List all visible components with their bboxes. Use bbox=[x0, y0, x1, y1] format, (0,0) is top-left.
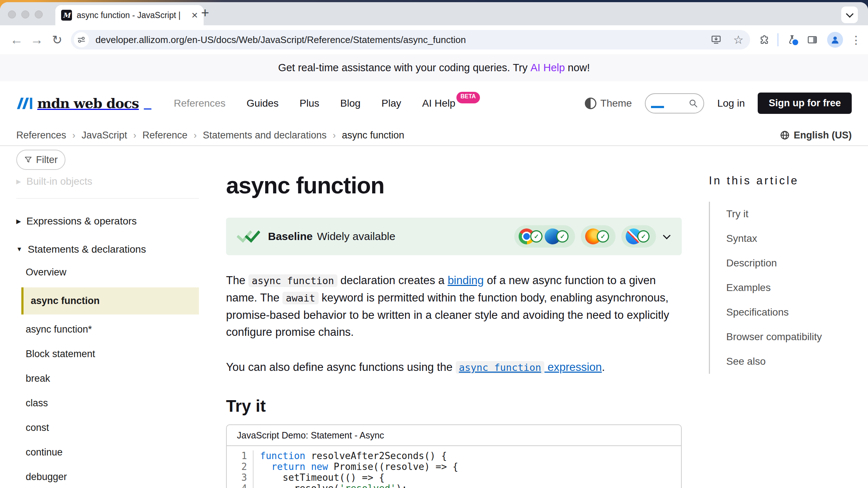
breadcrumb-item-reference[interactable]: Reference bbox=[142, 130, 188, 141]
baseline-banner: Baseline Widely available ✓✓✓✓ bbox=[226, 218, 682, 255]
browser-menu-button[interactable]: ⋮ bbox=[851, 34, 861, 46]
nav-item-blog[interactable]: Blog bbox=[340, 98, 361, 109]
sidebar-section-statements-declarations[interactable]: ▼Statements & declarations bbox=[16, 244, 199, 255]
nav-item-ai-help[interactable]: AI HelpBETA bbox=[422, 98, 480, 109]
toc-list: Try itSyntaxDescriptionExamplesSpecifica… bbox=[709, 202, 854, 374]
sidebar-item-block-statement[interactable]: Block statement bbox=[16, 342, 199, 366]
reload-button[interactable]: ↻ bbox=[47, 33, 67, 47]
new-tab-button[interactable]: + bbox=[201, 5, 209, 21]
minimize-window-button[interactable] bbox=[21, 10, 29, 18]
side-panel-icon bbox=[807, 34, 818, 45]
breadcrumb-item-async-function[interactable]: async function bbox=[342, 130, 404, 141]
search-input[interactable] bbox=[645, 93, 704, 114]
text: resolve( bbox=[260, 483, 339, 488]
filter-label: Filter bbox=[36, 154, 58, 166]
site-header: mdn web docs _ ReferencesGuidesPlusBlogP… bbox=[0, 81, 868, 125]
article: async function Baseline Widely available… bbox=[213, 146, 709, 488]
demo-header: JavaScript Demo: Statement - Async bbox=[227, 425, 681, 446]
nav-item-plus[interactable]: Plus bbox=[299, 98, 319, 109]
theme-icon bbox=[585, 98, 596, 109]
toc-item-description[interactable]: Description bbox=[726, 251, 854, 275]
code-text: resolve('resolved'); bbox=[254, 483, 407, 488]
extensions-button[interactable] bbox=[758, 34, 769, 45]
theme-switcher[interactable]: Theme bbox=[585, 98, 632, 109]
sidebar-item-break[interactable]: break bbox=[16, 367, 199, 391]
chrome-labs-button[interactable] bbox=[787, 34, 797, 45]
code-editor[interactable]: 1function resolveAfter2Seconds() {2 retu… bbox=[227, 446, 681, 488]
code-line: 3 setTimeout(() => { bbox=[227, 472, 681, 483]
sidebar-item-continue[interactable]: continue bbox=[16, 440, 199, 465]
language-label: English (US) bbox=[794, 130, 852, 141]
mdn-logo[interactable]: mdn web docs _ bbox=[16, 95, 151, 112]
code-text: function resolveAfter2Seconds() { bbox=[254, 450, 447, 461]
content-code-link[interactable]: async function bbox=[456, 361, 545, 373]
close-window-button[interactable] bbox=[8, 10, 16, 18]
baseline-expand-button[interactable] bbox=[664, 233, 669, 240]
browser-tab[interactable]: M async function - JavaScript | × bbox=[55, 5, 204, 25]
tab-close-icon[interactable]: × bbox=[191, 10, 198, 21]
breadcrumb-item-javascript[interactable]: JavaScript bbox=[81, 130, 127, 141]
url-text[interactable]: developer.allizom.org/en-US/docs/Web/Jav… bbox=[95, 34, 704, 46]
sidebar-item-const[interactable]: const bbox=[16, 416, 199, 440]
login-link[interactable]: Log in bbox=[717, 98, 745, 109]
bookmark-star-icon[interactable]: ☆ bbox=[733, 33, 744, 47]
toc-item-browser-compatibility[interactable]: Browser compatibility bbox=[726, 325, 854, 349]
chevron-down-icon bbox=[663, 232, 671, 239]
breadcrumb-item-references[interactable]: References bbox=[16, 130, 66, 141]
tab-search-button[interactable] bbox=[841, 7, 858, 23]
toc-item-see-also[interactable]: See also bbox=[726, 349, 854, 374]
sidebar-section-built-in-objects[interactable]: ▶Built-in objects bbox=[16, 176, 199, 199]
sidebar-item-class[interactable]: class bbox=[16, 391, 199, 415]
mdn-logo-icon bbox=[16, 95, 33, 112]
side-panel-button[interactable] bbox=[807, 34, 818, 45]
language-switcher[interactable]: English (US) bbox=[780, 130, 852, 141]
mdn-favicon-icon: M bbox=[61, 10, 72, 21]
nav-item-guides[interactable]: Guides bbox=[247, 98, 279, 109]
globe-icon bbox=[780, 130, 790, 140]
header-actions: Theme Log in Sign up for free bbox=[585, 93, 852, 114]
address-bar[interactable]: developer.allizom.org/en-US/docs/Web/Jav… bbox=[71, 30, 750, 50]
toc-item-try-it[interactable]: Try it bbox=[726, 202, 854, 226]
toc-item-examples[interactable]: Examples bbox=[726, 275, 854, 300]
content-link[interactable]: binding bbox=[448, 274, 484, 287]
toc-panel: In this article Try itSyntaxDescriptionE… bbox=[709, 146, 868, 488]
browser-support-group: ✓ bbox=[581, 225, 616, 248]
sidebar-section-expressions-operators[interactable]: ▶Expressions & operators bbox=[16, 215, 199, 227]
signup-button[interactable]: Sign up for free bbox=[758, 93, 852, 114]
sidebar-item-overview[interactable]: Overview bbox=[16, 260, 199, 284]
sidebar-item-async-function[interactable]: async function* bbox=[16, 317, 199, 342]
sidebar-entries: ▶Built-in objects▶Expressions & operator… bbox=[16, 176, 199, 488]
breadcrumb-item-statements-and-declarations[interactable]: Statements and declarations bbox=[203, 130, 327, 141]
site-settings-icon[interactable] bbox=[74, 32, 89, 47]
profile-avatar[interactable] bbox=[827, 32, 843, 48]
nav-item-label: Blog bbox=[340, 98, 361, 109]
inline-code: async function bbox=[248, 274, 337, 287]
sidebar-item-debugger[interactable]: debugger bbox=[16, 465, 199, 488]
browser-support-group: ✓ bbox=[621, 225, 656, 248]
sidebar-item-async-function[interactable]: async function bbox=[21, 287, 199, 314]
toc-item-specifications[interactable]: Specifications bbox=[726, 300, 854, 325]
forward-button[interactable]: → bbox=[27, 32, 47, 47]
nav-item-label: Play bbox=[382, 98, 401, 109]
text: Promise((resolve) => { bbox=[328, 461, 458, 472]
content-link[interactable]: expression bbox=[544, 361, 602, 373]
interactive-demo: JavaScript Demo: Statement - Async 1func… bbox=[226, 424, 682, 488]
browser-support-icons: ✓✓✓✓ bbox=[514, 225, 656, 248]
code-token: new bbox=[311, 461, 328, 472]
text: setTimeout(() => { bbox=[260, 472, 384, 483]
sidebar-filter-button[interactable]: Filter bbox=[16, 150, 65, 170]
search-caret bbox=[651, 106, 664, 108]
maximize-window-button[interactable] bbox=[35, 10, 43, 18]
code-line: 2 return new Promise((resolve) => { bbox=[227, 461, 681, 472]
back-button[interactable]: ← bbox=[7, 32, 27, 47]
toc-item-syntax[interactable]: Syntax bbox=[726, 226, 854, 251]
demo-title: JavaScript Demo: Statement - Async bbox=[237, 430, 384, 441]
nav-item-play[interactable]: Play bbox=[382, 98, 401, 109]
browser-window: M async function - JavaScript | × + ← → … bbox=[0, 2, 868, 488]
second-paragraph: You can also define async functions usin… bbox=[226, 359, 682, 376]
breadcrumb-separator: › bbox=[133, 130, 136, 141]
text: You can also define async functions usin… bbox=[226, 361, 456, 373]
ai-help-link[interactable]: AI Help bbox=[531, 62, 565, 74]
install-app-button[interactable] bbox=[711, 34, 722, 45]
nav-item-references[interactable]: References bbox=[174, 98, 225, 109]
